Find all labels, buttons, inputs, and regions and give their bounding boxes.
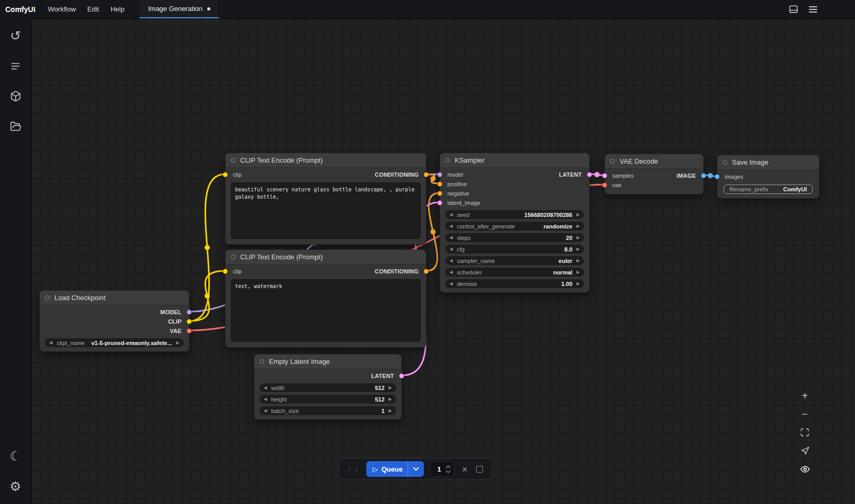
decrement-arrow-icon[interactable]: ◀ [49,341,52,345]
widget-batch-size[interactable]: ◀ batch_size 1 ▶ [260,406,396,415]
main-menu-button[interactable] [806,2,820,17]
widget-denoise[interactable]: ◀ denoise 1.00 ▶ [445,279,584,288]
collapse-dot[interactable] [723,160,727,165]
stepper-down-icon[interactable] [446,470,451,473]
queue-button[interactable]: ▷ Queue [366,461,424,477]
widget-height[interactable]: ◀ height 512 ▶ [260,395,396,404]
history-button[interactable]: ↺ [4,24,27,47]
increment-arrow-icon[interactable]: ▶ [577,270,580,274]
increment-arrow-icon[interactable]: ▶ [389,397,392,402]
widget-scheduler[interactable]: ◀ scheduler normal ▶ [445,268,584,277]
zoom-in-button[interactable]: + [796,388,813,404]
decrement-arrow-icon[interactable]: ◀ [449,282,453,286]
node-vae-decode[interactable]: VAE Decode samples IMAGE vae [604,154,704,194]
output-port-latent[interactable] [587,173,592,177]
select-mode-button[interactable] [796,443,813,459]
input-port-latent-image[interactable] [437,201,442,205]
widget-sampler-name[interactable]: ◀ sampler_name euler ▶ [445,256,584,265]
decrement-arrow-icon[interactable]: ◀ [449,247,453,251]
decrement-arrow-icon[interactable]: ◀ [449,213,453,217]
queue-options-chevron[interactable] [408,461,424,477]
increment-arrow-icon[interactable]: ▶ [577,247,580,251]
toggle-bottom-panel-button[interactable] [786,2,801,17]
decrement-arrow-icon[interactable]: ◀ [449,270,453,274]
increment-arrow-icon[interactable]: ▶ [577,236,580,240]
widget-control-after-generate[interactable]: ◀ control_after_generate randomize ▶ [445,222,584,231]
decrement-arrow-icon[interactable]: ◀ [264,386,267,390]
widget-ckpt-name[interactable]: ◀ ckpt_name v1-5-pruned-emaonly.safete..… [45,338,184,347]
stepper-up-icon[interactable] [446,465,451,468]
theme-toggle-button[interactable]: ☾ [4,444,27,467]
node-header[interactable]: Save Image [717,155,819,170]
collapse-dot[interactable] [445,158,450,163]
input-port-clip[interactable] [223,269,228,274]
node-header[interactable]: CLIP Text Encode (Prompt) [226,250,426,265]
input-port-vae[interactable] [602,183,607,188]
increment-arrow-icon[interactable]: ▶ [389,386,392,390]
decrement-arrow-icon[interactable]: ◀ [449,236,453,240]
collapse-dot[interactable] [260,359,264,364]
input-port-model[interactable] [437,173,442,177]
node-clip-text-encode-positive[interactable]: CLIP Text Encode (Prompt) clip CONDITION… [225,153,426,245]
prompt-textarea[interactable]: beautiful scenery nature glass bottle la… [231,182,421,239]
node-empty-latent-image[interactable]: Empty Latent Image LATENT ◀ width 512 ▶ … [254,354,402,420]
increment-arrow-icon[interactable]: ▶ [176,341,179,345]
input-port-negative[interactable] [437,191,442,196]
output-port-vae[interactable] [187,329,192,334]
node-load-checkpoint[interactable]: Load Checkpoint MODEL CLIP VAE ◀ ckpt_na… [39,290,189,352]
node-header[interactable]: KSampler [440,153,589,168]
node-header[interactable]: VAE Decode [605,154,703,169]
tab-image-generation[interactable]: Image Generation [139,0,219,18]
decrement-arrow-icon[interactable]: ◀ [264,409,267,413]
settings-button[interactable]: ⚙ [4,475,27,498]
widget-width[interactable]: ◀ width 512 ▶ [260,383,396,392]
output-port-latent[interactable] [399,374,404,379]
node-header[interactable]: Empty Latent Image [254,354,401,369]
input-port-images[interactable] [715,175,719,179]
increment-arrow-icon[interactable]: ▶ [389,409,392,413]
increment-arrow-icon[interactable]: ▶ [577,213,580,217]
output-port-conditioning[interactable] [424,173,429,177]
cancel-button[interactable]: × [460,464,468,474]
toggle-link-visibility-button[interactable] [796,461,813,477]
queue-list-button[interactable] [4,54,27,77]
batch-count-stepper[interactable]: 1 [430,461,455,477]
input-port-samples[interactable] [602,174,607,178]
node-ksampler[interactable]: KSampler model LATENT positive negative … [440,153,590,293]
collapse-dot[interactable] [231,158,235,163]
collapse-dot[interactable] [610,159,615,164]
node-header[interactable]: Load Checkpoint [40,291,189,305]
app-logo[interactable]: ComfyUI [0,0,43,18]
input-port-positive[interactable] [437,182,442,187]
workflows-button[interactable] [4,115,27,138]
menu-edit[interactable]: Edit [82,2,104,16]
node-library-button[interactable] [4,85,27,108]
prompt-textarea[interactable]: text, watermark [231,279,421,342]
output-port-image[interactable] [701,174,706,178]
output-port-clip[interactable] [187,319,192,324]
input-port-clip[interactable] [223,173,228,177]
increment-arrow-icon[interactable]: ▶ [577,224,580,228]
increment-arrow-icon[interactable]: ▶ [577,259,580,263]
widget-steps[interactable]: ◀ steps 20 ▶ [445,233,584,242]
output-port-model[interactable] [187,310,192,315]
node-header[interactable]: CLIP Text Encode (Prompt) [226,153,426,168]
fit-view-button[interactable] [796,425,813,440]
decrement-arrow-icon[interactable]: ◀ [449,259,453,263]
widget-cfg[interactable]: ◀ cfg 8.0 ▶ [445,245,584,254]
node-clip-text-encode-negative[interactable]: CLIP Text Encode (Prompt) clip CONDITION… [225,249,426,348]
collapse-dot[interactable] [45,295,50,300]
zoom-out-button[interactable]: − [796,406,813,422]
output-port-conditioning[interactable] [424,269,429,274]
drag-handle-icon[interactable]: ⋮⋮ [346,465,361,473]
menu-workflow[interactable]: Workflow [43,2,81,16]
stop-button[interactable] [475,464,485,474]
increment-arrow-icon[interactable]: ▶ [577,282,580,286]
collapse-dot[interactable] [231,255,235,259]
widget-filename-prefix[interactable]: filename_prefix ComfyUI [724,185,813,194]
node-save-image[interactable]: Save Image images filename_prefix ComfyU… [717,155,819,199]
decrement-arrow-icon[interactable]: ◀ [264,397,267,402]
menu-help[interactable]: Help [105,2,130,16]
decrement-arrow-icon[interactable]: ◀ [449,224,453,228]
widget-seed[interactable]: ◀ seed 156680208700286 ▶ [445,210,584,219]
